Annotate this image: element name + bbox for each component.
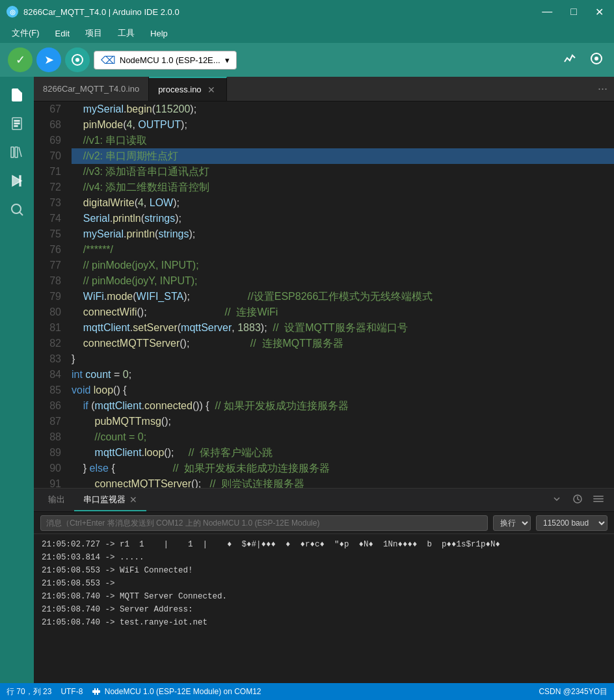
- board-arrow: ▾: [225, 55, 230, 65]
- serial-message-input[interactable]: [40, 515, 488, 531]
- line-ending-select[interactable]: 换行: [493, 515, 531, 531]
- board-selector[interactable]: ⌫ NodeMCU 1.0 (ESP-12E... ▾: [94, 51, 237, 70]
- tab-close-icon[interactable]: ✕: [206, 84, 217, 96]
- code-line-78: // pinMode(joyY, INPUT);: [72, 273, 614, 289]
- debug-button[interactable]: [65, 47, 90, 72]
- code-line-84: int count = 0;: [72, 367, 614, 383]
- code-line-69: //v1: 串口读取: [72, 133, 614, 148]
- code-line-89: mqttClient.loop(); // 保持客户端心跳: [72, 445, 614, 461]
- sidebar-item-search[interactable]: [4, 196, 30, 222]
- svg-rect-6: [14, 123, 20, 124]
- svg-point-12: [12, 204, 21, 213]
- svg-rect-19: [94, 688, 96, 690]
- status-board-port: NodeMCU 1.0 (ESP-12E Module) on COM12: [92, 687, 261, 697]
- bottom-panel: 输出 串口监视器 ✕: [34, 488, 614, 683]
- editor-scroll[interactable]: 67 68 69 70 71 72 73 74 75 76 77 78 79 8…: [34, 101, 614, 488]
- svg-rect-16: [593, 498, 604, 500]
- panel-tabs: 输出 串口监视器 ✕: [34, 489, 614, 512]
- serial-input-bar: 换行 115200 baud: [34, 512, 614, 534]
- tabs-more[interactable]: ···: [591, 77, 614, 101]
- sidebar-item-library[interactable]: [4, 139, 30, 165]
- status-right: CSDN @2345YO目: [539, 686, 607, 697]
- svg-rect-5: [14, 120, 20, 122]
- serial-output[interactable]: 21:05:02.727 -> r1 1 | 1 | ♦ $♦#|♦♦♦ ♦ ♦…: [34, 534, 614, 683]
- panel-clock-icon[interactable]: [570, 491, 585, 509]
- verify-button[interactable]: ✓: [8, 47, 33, 72]
- svg-point-3: [594, 57, 598, 61]
- upload-button[interactable]: ➤: [36, 47, 61, 72]
- tabs-bar: 8266Car_MQTT_T4.0.ino process.ino ✕ ···: [34, 77, 614, 101]
- sidebar-item-files[interactable]: [4, 111, 30, 137]
- code-line-82: connectMQTTServer(); // 连接MQTT服务器: [72, 336, 614, 351]
- menu-bar: 文件(F) Edit 项目 工具 Help: [0, 23, 614, 43]
- serial-line-4: 21:05:08.553 ->: [42, 577, 606, 590]
- panel-tab-output[interactable]: 输出: [39, 489, 74, 511]
- serial-line-1: 21:05:02.727 -> r1 1 | 1 | ♦ $♦#|♦♦♦ ♦ ♦…: [42, 538, 606, 551]
- app-icon: ◎: [7, 6, 18, 18]
- tab-process-label: process.ino: [158, 85, 201, 94]
- window-title: 8266Car_MQTT_T4.0 | Arduino IDE 2.0.0: [23, 7, 533, 17]
- code-line-74: Serial.println(strings);: [72, 211, 614, 226]
- panel-menu-icon[interactable]: [591, 491, 606, 509]
- menu-tools[interactable]: 工具: [111, 26, 141, 40]
- code-line-86: if (mqttClient.connected()) { // 如果开发板成功…: [72, 398, 614, 414]
- panel-right-icons: [549, 489, 609, 511]
- code-line-90: } else { // 如果开发板未能成功连接服务器: [72, 461, 614, 476]
- menu-file[interactable]: 文件(F): [5, 26, 46, 40]
- code-line-73: digitalWrite(4, LOW);: [72, 195, 614, 211]
- code-line-85: void loop() {: [72, 383, 614, 398]
- toolbar-right: [561, 49, 606, 72]
- tab-process-ino[interactable]: process.ino ✕: [149, 77, 226, 101]
- svg-point-1: [75, 58, 79, 62]
- code-content: mySerial.begin(115200); pinMode(4, OUTPU…: [68, 101, 614, 488]
- toolbar: ✓ ➤ ⌫ NodeMCU 1.0 (ESP-12E... ▾: [0, 43, 614, 77]
- svg-rect-11: [20, 176, 21, 186]
- code-line-68: pinMode(4, OUTPUT);: [72, 117, 614, 133]
- code-line-75: mySerial.println(strings);: [72, 226, 614, 242]
- tab-main-label: 8266Car_MQTT_T4.0.ino: [43, 84, 139, 94]
- serial-plotter-button[interactable]: [561, 49, 580, 72]
- serial-line-3: 21:05:08.553 -> WiFi Connected!: [42, 564, 606, 577]
- code-line-79: WiFi.mode(WIFI_STA); //设置ESP8266工作模式为无线终…: [72, 289, 614, 304]
- svg-rect-18: [92, 690, 100, 693]
- status-left: 行 70，列 23 UTF-8 NodeMCU 1.0 (ESP-12E Mod…: [7, 686, 261, 697]
- serial-line-6: 21:05:08.740 -> Server Address:: [42, 603, 606, 616]
- code-line-72: //v4: 添加二维数组语音控制: [72, 180, 614, 195]
- code-line-67: mySerial.begin(115200);: [72, 101, 614, 117]
- maximize-button[interactable]: □: [567, 5, 581, 20]
- status-encoding: UTF-8: [60, 687, 83, 696]
- panel-tab-serial-label: 串口监视器: [83, 494, 126, 505]
- serial-monitor-button[interactable]: [587, 49, 606, 72]
- code-line-83: }: [72, 351, 614, 367]
- svg-rect-21: [94, 693, 96, 695]
- panel-tab-serial-close[interactable]: ✕: [129, 494, 137, 505]
- editor-container: 8266Car_MQTT_T4.0.ino process.ino ✕ ··· …: [34, 77, 614, 683]
- sidebar-item-run[interactable]: [4, 168, 30, 194]
- title-bar: ◎ 8266Car_MQTT_T4.0 | Arduino IDE 2.0.0 …: [0, 0, 614, 23]
- svg-rect-8: [11, 147, 14, 157]
- panel-tab-serial[interactable]: 串口监视器 ✕: [74, 489, 146, 511]
- serial-line-2: 21:05:03.814 -> .....: [42, 551, 606, 564]
- svg-rect-17: [593, 501, 604, 502]
- main-area: 8266Car_MQTT_T4.0.ino process.ino ✕ ··· …: [0, 77, 614, 683]
- window-controls: — □ ✕: [538, 5, 607, 20]
- code-line-77: // pinMode(joyX, INPUT);: [72, 258, 614, 273]
- code-line-70: //v2: 串口周期性点灯: [72, 148, 614, 164]
- svg-rect-15: [593, 496, 604, 497]
- svg-line-13: [20, 213, 23, 216]
- serial-line-5: 21:05:08.740 -> MQTT Server Connected.: [42, 590, 606, 603]
- panel-chevron-down[interactable]: [549, 491, 565, 509]
- menu-edit[interactable]: Edit: [49, 27, 76, 40]
- minimize-button[interactable]: —: [538, 5, 556, 20]
- code-line-87: pubMQTTmsg();: [72, 414, 614, 429]
- svg-rect-7: [14, 126, 18, 127]
- close-button[interactable]: ✕: [591, 5, 607, 20]
- code-line-71: //v3: 添加语音串口通讯点灯: [72, 164, 614, 180]
- svg-rect-22: [97, 693, 98, 695]
- menu-project[interactable]: 项目: [79, 26, 109, 40]
- baud-rate-select[interactable]: 115200 baud: [536, 515, 607, 531]
- code-line-80: connectWifi(); // 连接WiFi: [72, 304, 614, 320]
- tab-main-ino[interactable]: 8266Car_MQTT_T4.0.ino: [34, 77, 149, 101]
- sidebar-item-explorer[interactable]: [4, 82, 30, 108]
- menu-help[interactable]: Help: [144, 27, 174, 40]
